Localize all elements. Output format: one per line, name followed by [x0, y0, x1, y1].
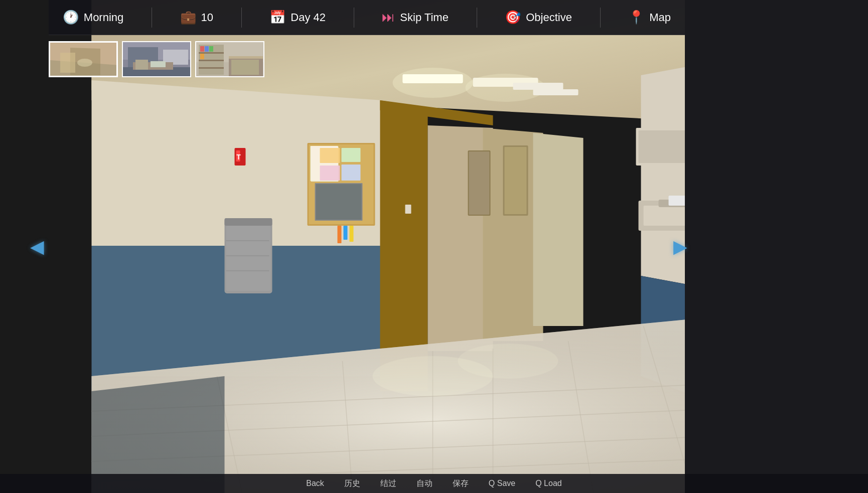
- right-panel: [685, 0, 868, 493]
- skip-label: Skip Time: [400, 11, 449, 24]
- svg-rect-32: [533, 89, 578, 95]
- svg-rect-86: [199, 67, 224, 69]
- svg-point-66: [458, 344, 558, 379]
- thumbnail-1[interactable]: [49, 41, 118, 77]
- money-icon: 💼: [180, 10, 196, 25]
- skip-icon: ⏭: [382, 10, 395, 25]
- svg-rect-49: [226, 226, 271, 291]
- svg-rect-46: [350, 226, 354, 242]
- svg-rect-87: [200, 46, 204, 52]
- svg-rect-89: [209, 46, 213, 52]
- money-display[interactable]: 💼 10: [180, 10, 213, 25]
- svg-rect-39: [342, 148, 361, 162]
- thumbnail-strip: [49, 41, 264, 77]
- objective-label: Objective: [526, 11, 572, 24]
- divider-3: [354, 8, 354, 28]
- objective-button[interactable]: 🎯 Objective: [505, 10, 572, 25]
- nav-arrow-right[interactable]: ▶: [673, 236, 687, 257]
- nav-arrow-left[interactable]: ◀: [30, 236, 44, 257]
- map-icon: 📍: [628, 10, 644, 25]
- svg-point-28: [393, 68, 473, 98]
- thumb2-preview: [123, 42, 190, 76]
- auto-button[interactable]: 自动: [416, 478, 432, 489]
- divider-2: [241, 8, 242, 28]
- svg-rect-92: [229, 56, 263, 59]
- svg-rect-90: [200, 54, 204, 59]
- svg-rect-48: [225, 218, 272, 226]
- thumb1-preview: [50, 43, 116, 76]
- objective-icon: 🎯: [505, 10, 521, 25]
- svg-rect-80: [151, 61, 166, 67]
- svg-rect-38: [320, 148, 340, 163]
- skip-time-button[interactable]: ⏭ Skip Time: [382, 10, 449, 25]
- game-view: T 🕐 Mor: [0, 0, 868, 493]
- qsave-button[interactable]: Q Save: [489, 479, 515, 488]
- svg-text:T: T: [236, 153, 241, 161]
- thumb3-preview: [196, 42, 263, 76]
- thumbnail-2[interactable]: [122, 41, 191, 77]
- svg-marker-11: [533, 133, 584, 326]
- map-button[interactable]: 📍 Map: [628, 10, 671, 25]
- time-display[interactable]: 🕐 Morning: [63, 10, 123, 25]
- svg-rect-62: [639, 130, 686, 163]
- svg-rect-45: [344, 226, 348, 240]
- divider-1: [152, 8, 152, 28]
- svg-rect-93: [231, 60, 259, 75]
- svg-rect-43: [316, 184, 362, 220]
- save-button[interactable]: 保存: [453, 478, 469, 489]
- svg-rect-64: [505, 147, 527, 214]
- svg-rect-40: [320, 166, 340, 181]
- calendar-icon: 📅: [269, 10, 285, 25]
- map-label: Map: [649, 11, 671, 24]
- svg-rect-13: [469, 151, 490, 215]
- clock-icon: 🕐: [63, 10, 79, 25]
- divider-5: [600, 8, 601, 28]
- time-label: Morning: [84, 11, 123, 24]
- hud-bar: 🕐 Morning 💼 10 📅 Day 42 ⏭ Skip Time 🎯 Ob…: [49, 0, 685, 35]
- qload-button[interactable]: Q Load: [535, 479, 561, 488]
- bottom-bar: Back 历史 结过 自动 保存 Q Save Q Load: [0, 474, 868, 493]
- day-label: Day 42: [291, 11, 326, 24]
- money-value: 10: [201, 11, 213, 24]
- back-button[interactable]: Back: [306, 479, 324, 488]
- divider-4: [477, 8, 477, 28]
- svg-rect-31: [513, 83, 563, 90]
- thumbnail-3[interactable]: [195, 41, 264, 77]
- svg-rect-79: [135, 60, 148, 70]
- day-display[interactable]: 📅 Day 42: [269, 10, 326, 25]
- svg-rect-56: [405, 205, 411, 214]
- svg-rect-41: [342, 165, 361, 181]
- history-button[interactable]: 历史: [344, 478, 360, 489]
- svg-rect-84: [199, 52, 224, 54]
- svg-rect-44: [338, 226, 342, 243]
- svg-rect-71: [60, 53, 75, 73]
- svg-rect-88: [205, 46, 209, 52]
- svg-rect-85: [199, 60, 224, 61]
- skip-button[interactable]: 结过: [380, 478, 396, 489]
- svg-point-72: [77, 59, 92, 67]
